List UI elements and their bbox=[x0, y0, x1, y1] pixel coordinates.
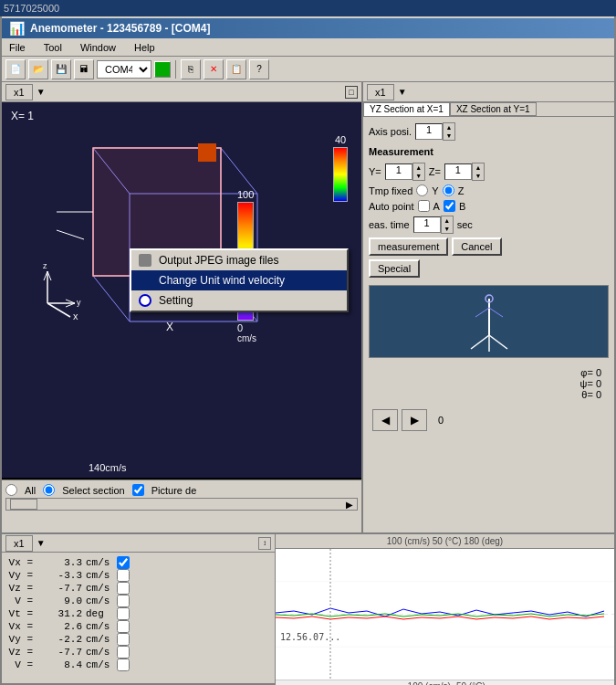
tab-xz[interactable]: XZ Section at Y=1 bbox=[450, 102, 537, 116]
graph-header: 100 (cm/s) 50 (°C) 180 (deg) bbox=[276, 534, 614, 549]
picture-checkbox[interactable] bbox=[132, 484, 144, 496]
theta-value: 0 bbox=[596, 389, 601, 400]
check-3[interactable] bbox=[117, 595, 130, 607]
green-button[interactable] bbox=[154, 61, 171, 78]
label-0: Vx = bbox=[5, 557, 33, 568]
nav-back-button[interactable]: ◀ bbox=[372, 409, 398, 431]
right-panel-label[interactable]: x1 bbox=[367, 84, 394, 100]
y-spinner: ▲ ▼ bbox=[412, 163, 425, 181]
auto-point-b-label: B bbox=[459, 201, 465, 212]
tmp-fixed-label: Tmp fixed bbox=[369, 185, 412, 196]
auto-point-a-label: A bbox=[433, 201, 440, 212]
auto-point-b-checkbox[interactable] bbox=[444, 200, 455, 212]
scroll-thumb[interactable] bbox=[10, 499, 37, 510]
label-3: V = bbox=[5, 595, 33, 606]
unit-7: cm/s bbox=[86, 647, 113, 658]
left-panel: x1 ▼ □ X= 1 bbox=[2, 82, 363, 532]
context-menu-setting[interactable]: Setting bbox=[131, 290, 347, 311]
y-down[interactable]: ▼ bbox=[413, 172, 424, 180]
axis-pos-up[interactable]: ▲ bbox=[444, 123, 454, 132]
disk-button[interactable]: 🖬 bbox=[74, 59, 94, 79]
z-value[interactable]: 1 bbox=[444, 163, 472, 180]
data-panel-label[interactable]: x1 bbox=[5, 535, 33, 552]
axis-pos-down[interactable]: ▼ bbox=[444, 132, 454, 140]
data-panel-dropdown[interactable]: ▼ bbox=[37, 538, 46, 548]
large-colorbar-top: 100 bbox=[237, 189, 256, 200]
cancel-button[interactable]: Cancel bbox=[452, 237, 501, 256]
tabs-row: YZ Section at X=1 XZ Section at Y=1 bbox=[363, 102, 614, 117]
data-values: Vx = 3.3 cm/s Vy = -3.3 cm/s Vz = -7.7 c… bbox=[2, 553, 275, 675]
tmp-radio-y[interactable] bbox=[416, 184, 428, 196]
all-radio[interactable] bbox=[5, 484, 17, 496]
menu-tool[interactable]: Tool bbox=[40, 41, 66, 54]
svg-line-9 bbox=[57, 230, 84, 239]
info-button[interactable]: ? bbox=[249, 59, 269, 79]
meas-time-value[interactable]: 1 bbox=[413, 216, 441, 233]
new-button[interactable]: 📄 bbox=[5, 59, 26, 79]
horizontal-scrollbar[interactable]: ▶ bbox=[5, 498, 358, 511]
y-value[interactable]: 1 bbox=[385, 163, 412, 180]
menu-file[interactable]: File bbox=[5, 41, 29, 54]
tmp-z-label: Z bbox=[458, 185, 465, 196]
label-7: Vz = bbox=[5, 647, 33, 658]
setting-icon bbox=[139, 294, 151, 307]
com-port-select[interactable]: COM4 bbox=[97, 60, 151, 79]
tab-yz[interactable]: YZ Section at X=1 bbox=[363, 102, 450, 116]
menu-help[interactable]: Help bbox=[131, 41, 159, 54]
nav-forward-button[interactable]: ▶ bbox=[402, 409, 427, 431]
tmp-y-label: Y bbox=[432, 185, 438, 196]
meas-time-up[interactable]: ▲ bbox=[442, 216, 453, 225]
check-5[interactable] bbox=[117, 620, 130, 633]
svg-line-16 bbox=[47, 303, 70, 317]
meas-time-row: eas. time 1 ▲ ▼ sec bbox=[369, 216, 609, 234]
right-panel-dropdown[interactable]: ▼ bbox=[398, 87, 407, 97]
measurement-label: Measurement bbox=[369, 146, 609, 157]
z-down[interactable]: ▼ bbox=[473, 172, 484, 180]
copy-button[interactable]: ⎘ bbox=[181, 59, 201, 79]
value-3: 9.0 bbox=[37, 595, 82, 606]
z-label: Z= bbox=[429, 166, 441, 177]
y-up[interactable]: ▲ bbox=[413, 163, 424, 172]
meas-time-label: eas. time bbox=[369, 219, 410, 230]
check-7[interactable] bbox=[117, 646, 130, 659]
panel-maximize-button[interactable]: □ bbox=[345, 86, 358, 99]
check-8[interactable] bbox=[117, 659, 130, 671]
left-panel-label[interactable]: x1 bbox=[5, 84, 33, 100]
select-radio[interactable] bbox=[43, 484, 55, 496]
data-panel-resize[interactable]: ↕ bbox=[258, 537, 271, 550]
large-colorbar-unit: cm/s bbox=[237, 333, 256, 343]
delete-button[interactable]: ✕ bbox=[204, 59, 224, 79]
graph-header-text: 100 (cm/s) 50 (°C) 180 (deg) bbox=[387, 536, 503, 546]
menu-window[interactable]: Window bbox=[77, 41, 120, 54]
scroll-right-arrow[interactable]: ▶ bbox=[342, 500, 357, 510]
tmp-radio-z[interactable] bbox=[443, 184, 454, 196]
psi-value: 0 bbox=[596, 378, 601, 389]
check-0[interactable] bbox=[117, 556, 130, 569]
measurement-button[interactable]: measurement bbox=[369, 237, 448, 256]
meas-time-unit: sec bbox=[457, 219, 473, 230]
left-panel-dropdown-icon[interactable]: ▼ bbox=[37, 87, 46, 97]
open-button[interactable]: 📂 bbox=[28, 59, 48, 79]
check-2[interactable] bbox=[117, 582, 130, 595]
psi-label: ψ= bbox=[580, 378, 593, 389]
axis-pos-value[interactable]: 1 bbox=[415, 123, 443, 140]
check-4[interactable] bbox=[117, 607, 130, 620]
paste-button[interactable]: 📋 bbox=[226, 59, 246, 79]
y-input: 1 ▲ ▼ bbox=[385, 163, 425, 181]
save-button[interactable]: 💾 bbox=[51, 59, 71, 79]
data-row-8: V = 8.4 cm/s bbox=[5, 659, 271, 671]
auto-point-a-checkbox[interactable] bbox=[418, 200, 430, 212]
label-2: Vz = bbox=[5, 583, 33, 594]
meas-time-down[interactable]: ▼ bbox=[442, 225, 453, 233]
right-panel: x1 ▼ YZ Section at X=1 XZ Section at Y=1… bbox=[363, 82, 614, 532]
context-menu-jpeg[interactable]: Output JPEG image files bbox=[131, 250, 347, 270]
z-up[interactable]: ▲ bbox=[473, 163, 484, 172]
check-1[interactable] bbox=[117, 569, 130, 582]
data-row-4: Vt = 31.2 deg bbox=[5, 607, 271, 620]
bottom-controls: All Select section Picture de ▶ bbox=[2, 480, 361, 532]
meas-time-spinner: ▲ ▼ bbox=[441, 216, 454, 234]
check-6[interactable] bbox=[117, 633, 130, 646]
special-button[interactable]: Special bbox=[369, 259, 420, 278]
context-menu-wind[interactable]: Change Unit wind velocity bbox=[131, 270, 347, 290]
nav-value: 0 bbox=[431, 415, 451, 426]
